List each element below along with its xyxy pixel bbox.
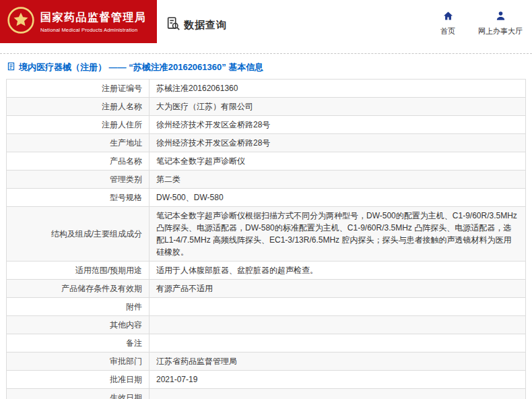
row-label: 生效日期: [7, 389, 149, 399]
row-label-text: 审批部门: [110, 357, 142, 366]
row-label-text: 结构及组成/主要组成成分: [51, 229, 142, 239]
org-names: 国家药品监督管理局 National Medical Products Admi…: [40, 11, 147, 33]
row-value: [149, 298, 526, 316]
row-label: 生产地址: [7, 134, 149, 152]
row-label: 审批部门: [7, 352, 149, 371]
org-name-en: National Medical Products Administration: [40, 27, 147, 33]
row-label: 其他内容: [7, 316, 149, 334]
nav-service-hall-label: 网上办事大厅: [478, 26, 523, 36]
row-label: 备注: [7, 334, 149, 352]
row-value: 苏械注准20162061360: [149, 80, 526, 98]
row-value: [149, 334, 526, 352]
row-label-text: 注册人住所: [102, 120, 142, 129]
document-icon: [7, 62, 15, 73]
row-label-text: 附件: [126, 302, 142, 311]
table-row: 管理类别第二类: [7, 171, 526, 189]
row-value: 2021-07-19: [149, 371, 526, 389]
table-row: 附件: [7, 298, 526, 316]
table-row: 适用范围/预期用途适用于人体腹部脏器、盆腔脏器的超声检查。: [7, 262, 526, 280]
row-label: 结构及组成/主要组成成分: [7, 207, 149, 262]
row-value: [149, 389, 526, 399]
row-label-text: 备注: [126, 338, 142, 348]
row-label-text: 产品储存条件及有效期: [61, 284, 142, 293]
top-nav: 首页 网上办事大厅: [440, 11, 523, 36]
row-label: 产品名称: [7, 152, 149, 171]
info-table: 注册证编号苏械注准20162061360注册人名称大为医疗（江苏）有限公司注册人…: [6, 79, 526, 399]
row-value: 徐州经济技术开发区金桥路28号: [149, 134, 526, 152]
nav-service-hall[interactable]: 网上办事大厅: [478, 11, 523, 36]
table-row: 审批部门江苏省药品监督管理局: [7, 352, 526, 371]
row-value: 大为医疗（江苏）有限公司: [149, 98, 526, 116]
nmpa-logo[interactable]: 国家药品监督管理局 National Medical Products Admi…: [0, 0, 157, 43]
table-row: 结构及组成/主要组成成分笔记本全数字超声诊断仪根据扫描方式不同分为两种型号，DW…: [7, 207, 526, 262]
row-label-text: 管理类别: [110, 175, 142, 184]
nav-home[interactable]: 首页: [440, 11, 455, 36]
table-row: 产品储存条件及有效期有源产品不适用: [7, 280, 526, 298]
page-title-text: 境内医疗器械（注册） —— “苏械注准20162061360” 基本信息: [19, 61, 263, 73]
row-label: 注册人名称: [7, 98, 149, 116]
table-row: 其他内容: [7, 316, 526, 334]
row-value: DW-500、DW-580: [149, 189, 526, 207]
data-query-nav[interactable]: 数据查询: [166, 16, 227, 34]
row-value: 有源产品不适用: [149, 280, 526, 298]
row-value: 江苏省药品监督管理局: [149, 352, 526, 371]
row-label: 产品储存条件及有效期: [7, 280, 149, 298]
row-label: 注册人住所: [7, 116, 149, 134]
table-row: 产品名称笔记本全数字超声诊断仪: [7, 152, 526, 171]
row-label: 注册证编号: [7, 80, 149, 98]
table-row: 批准日期2021-07-19: [7, 371, 526, 389]
row-label-text: 生效日期: [110, 393, 142, 399]
row-label: 适用范围/预期用途: [7, 262, 149, 280]
row-label-text: 生产地址: [110, 138, 142, 148]
nav-home-label: 首页: [440, 26, 455, 36]
table-row: 注册人住所徐州经济技术开发区金桥路28号: [7, 116, 526, 134]
person-icon: [496, 11, 506, 24]
row-label-text: 适用范围/预期用途: [75, 266, 142, 275]
row-value: 徐州经济技术开发区金桥路28号: [149, 116, 526, 134]
site-header: 国家药品监督管理局 National Medical Products Admi…: [0, 0, 532, 54]
table-row: 生产地址徐州经济技术开发区金桥路28号: [7, 134, 526, 152]
data-query-icon: [166, 16, 180, 34]
row-label-text: 其他内容: [110, 320, 142, 330]
table-row: 生效日期: [7, 389, 526, 399]
data-query-label: 数据查询: [184, 19, 227, 32]
table-row: 注册人名称大为医疗（江苏）有限公司: [7, 98, 526, 116]
row-value: 笔记本全数字超声诊断仪: [149, 152, 526, 171]
row-value: 适用于人体腹部脏器、盆腔脏器的超声检查。: [149, 262, 526, 280]
row-label-text: 产品名称: [110, 156, 142, 166]
page-title: 境内医疗器械（注册） —— “苏械注准20162061360” 基本信息: [7, 61, 532, 73]
row-label: 批准日期: [7, 371, 149, 389]
home-icon: [443, 11, 453, 24]
table-row: 注册证编号苏械注准20162061360: [7, 80, 526, 98]
row-value: 笔记本全数字超声诊断仪根据扫描方式不同分为两种型号，DW-500的配置为主机、C…: [149, 207, 526, 262]
row-label: 附件: [7, 298, 149, 316]
row-label-text: 注册证编号: [102, 84, 142, 93]
row-label-text: 注册人名称: [102, 102, 142, 111]
table-row: 备注: [7, 334, 526, 352]
row-value: [149, 316, 526, 334]
row-value: 第二类: [149, 171, 526, 189]
org-name-cn: 国家药品监督管理局: [40, 11, 147, 24]
row-label-text: 型号规格: [110, 193, 142, 202]
row-label: 管理类别: [7, 171, 149, 189]
national-emblem-icon: [7, 6, 35, 37]
info-table-body: 注册证编号苏械注准20162061360注册人名称大为医疗（江苏）有限公司注册人…: [7, 80, 526, 399]
row-label: 型号规格: [7, 189, 149, 207]
table-row: 型号规格DW-500、DW-580: [7, 189, 526, 207]
row-label-text: 批准日期: [110, 375, 142, 384]
